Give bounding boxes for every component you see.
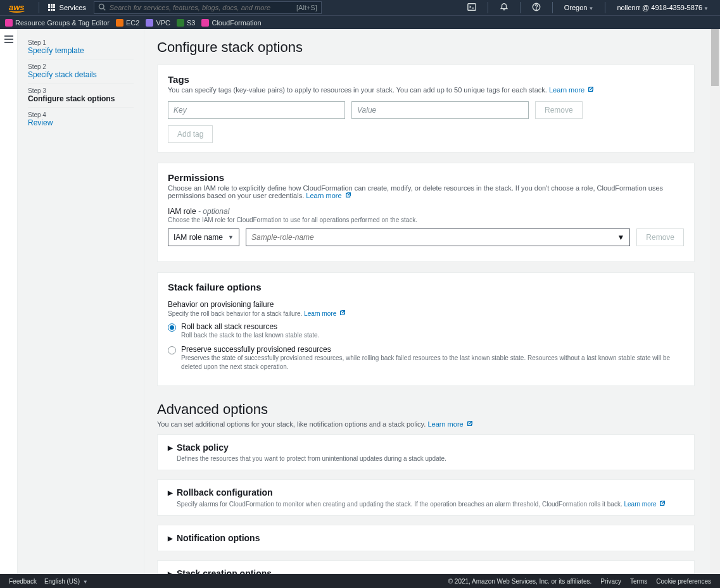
radio-icon (168, 323, 176, 332)
terms-link[interactable]: Terms (630, 578, 647, 585)
stack-failure-heading: Stack failure options (168, 282, 684, 292)
permissions-learn-more-link[interactable]: Learn more (306, 192, 351, 199)
hamburger-icon (4, 35, 13, 43)
grid-icon (48, 4, 56, 11)
language-selector[interactable]: English (US) ▼ (44, 578, 88, 585)
shortcut-vpc[interactable]: VPC (146, 19, 170, 27)
radio-icon (168, 346, 176, 354)
tags-learn-more-link[interactable]: Learn more (549, 86, 594, 94)
shortcut-ec2[interactable]: EC2 (116, 19, 139, 27)
search-icon (98, 3, 106, 12)
tag-key-input[interactable] (168, 101, 345, 119)
aws-logo[interactable]: aws (5, 3, 28, 13)
chevron-down-icon: ▼ (228, 234, 234, 241)
shortcut-cloudformation[interactable]: CloudFormation (201, 19, 261, 27)
caret-right-icon: ▶ (168, 489, 173, 496)
step-2[interactable]: Step 2 Specify stack details (28, 59, 134, 84)
failure-learn-more-link[interactable]: Learn more (304, 310, 346, 317)
stack-policy-expander[interactable]: ▶Stack policy Defines the resources that… (157, 434, 695, 470)
preserve-resources-option[interactable]: Preserve successfully provisioned resour… (168, 345, 684, 372)
services-menu[interactable]: Services (44, 4, 90, 11)
step-3[interactable]: Step 3 Configure stack options (28, 84, 134, 108)
stack-failure-panel: Stack failure options Behavior on provis… (157, 272, 695, 386)
advanced-heading: Advanced options (157, 401, 695, 418)
favorites-bar: Resource Groups & Tag Editor EC2 VPC S3 … (0, 15, 720, 29)
tags-heading: Tags (168, 74, 684, 85)
svg-point-4 (536, 9, 536, 9)
advanced-learn-more-link[interactable]: Learn more (427, 420, 472, 428)
external-link-icon (659, 500, 666, 506)
scrollbar-thumb[interactable] (711, 29, 719, 86)
rollback-learn-more-link[interactable]: Learn more (624, 501, 666, 508)
cloudshell-icon[interactable] (461, 3, 483, 13)
region-selector[interactable]: Oregon▼ (558, 4, 600, 11)
account-selector[interactable]: nollenrr @ 4918-4359-5876▼ (610, 4, 715, 11)
search-shortcut: [Alt+S] (296, 4, 317, 11)
step-1[interactable]: Step 1 Specify template (28, 35, 134, 59)
tags-panel: Tags You can specify tags (key-value pai… (157, 65, 695, 153)
cookie-prefs-link[interactable]: Cookie preferences (656, 578, 711, 585)
notification-options-expander[interactable]: ▶Notification options (157, 525, 695, 551)
iam-role-name-combo[interactable]: ▼ (246, 228, 630, 246)
tag-remove-button[interactable]: Remove (535, 101, 583, 119)
permissions-panel: Permissions Choose an IAM role to explic… (157, 163, 695, 262)
iam-role-name-input[interactable] (251, 233, 617, 242)
shortcut-resource-groups[interactable]: Resource Groups & Tag Editor (5, 19, 110, 27)
caret-right-icon: ▶ (168, 444, 173, 451)
svg-point-0 (99, 4, 104, 9)
copyright-text: © 2021, Amazon Web Services, Inc. or its… (448, 578, 592, 585)
chevron-down-icon: ▼ (617, 233, 624, 242)
external-link-icon (345, 192, 351, 198)
svg-rect-2 (468, 4, 476, 11)
privacy-link[interactable]: Privacy (600, 578, 621, 585)
wizard-steps: Step 1 Specify template Step 2 Specify s… (18, 29, 144, 574)
feedback-link[interactable]: Feedback (9, 578, 37, 585)
rollback-config-expander[interactable]: ▶Rollback configuration Specify alarms f… (157, 479, 695, 516)
iam-role-type-select[interactable]: IAM role name▼ (168, 228, 239, 246)
step-4[interactable]: Step 4 Review (28, 108, 134, 131)
top-nav: aws Services [Alt+S] Oregon▼ nollenrr @ … (0, 0, 720, 15)
shortcut-s3[interactable]: S3 (177, 19, 195, 27)
search-bar[interactable]: [Alt+S] (94, 1, 322, 14)
help-icon[interactable] (526, 3, 547, 13)
svg-line-1 (103, 8, 105, 10)
external-link-icon (467, 420, 473, 427)
nav-collapse-handle[interactable] (0, 29, 18, 574)
footer: Feedback English (US) ▼ © 2021, Amazon W… (0, 574, 720, 588)
stack-creation-options-expander[interactable]: ▶Stack creation options (157, 560, 695, 574)
permissions-heading: Permissions (168, 172, 684, 183)
tag-value-input[interactable] (351, 101, 529, 119)
services-label: Services (60, 4, 86, 11)
external-link-icon (339, 310, 346, 316)
add-tag-button[interactable]: Add tag (168, 125, 213, 143)
caret-right-icon: ▶ (168, 535, 173, 542)
search-input[interactable] (110, 4, 296, 11)
vertical-scrollbar[interactable] (710, 29, 720, 574)
rollback-all-option[interactable]: Roll back all stack resources Roll back … (168, 322, 684, 340)
iam-role-remove-button[interactable]: Remove (636, 228, 684, 246)
notifications-icon[interactable] (493, 3, 515, 13)
page-title: Configure stack options (157, 39, 695, 56)
external-link-icon (588, 86, 594, 92)
